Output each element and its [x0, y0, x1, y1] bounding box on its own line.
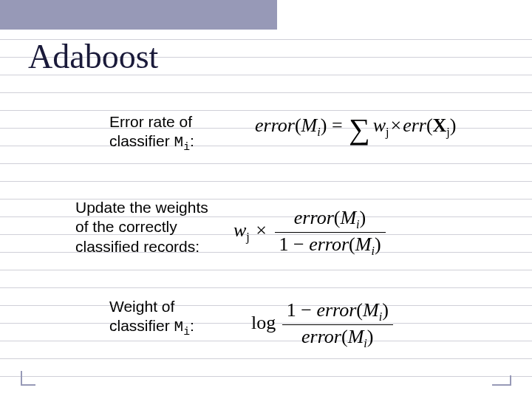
row3-line1: Weight of: [109, 298, 174, 315]
row2-line3: classified records:: [75, 238, 200, 255]
corner-decoration-left: [21, 371, 35, 386]
row2-line2: of the correctly: [75, 218, 177, 235]
formula-weight-update: wj × error(Mi)1 − error(Mi): [233, 207, 387, 258]
row1-line1: Error rate of: [109, 113, 192, 130]
row1-suffix: :: [190, 132, 194, 149]
formula-error-rate: error(Mi) = ∑wj×err(Xj): [255, 115, 457, 141]
row3-line2a: classifier: [109, 317, 174, 334]
row2-label: Update the weights of the correctly clas…: [75, 198, 231, 256]
row1-line2a: classifier: [109, 132, 174, 149]
slide-title: Adaboost: [28, 37, 158, 76]
slide: Adaboost Error rate of classifier Mi: Up…: [0, 0, 532, 399]
row1-label: Error rate of classifier Mi:: [109, 112, 242, 154]
corner-decoration-right: [492, 375, 511, 386]
row3-label: Weight of classifier Mi:: [109, 297, 242, 339]
row1-symbol: Mi: [174, 134, 190, 151]
row2-line1: Update the weights: [75, 199, 208, 216]
row3-symbol: Mi: [174, 318, 190, 335]
row3-suffix: :: [190, 317, 194, 334]
formula-classifier-weight: log 1 − error(Mi)error(Mi): [251, 299, 395, 350]
